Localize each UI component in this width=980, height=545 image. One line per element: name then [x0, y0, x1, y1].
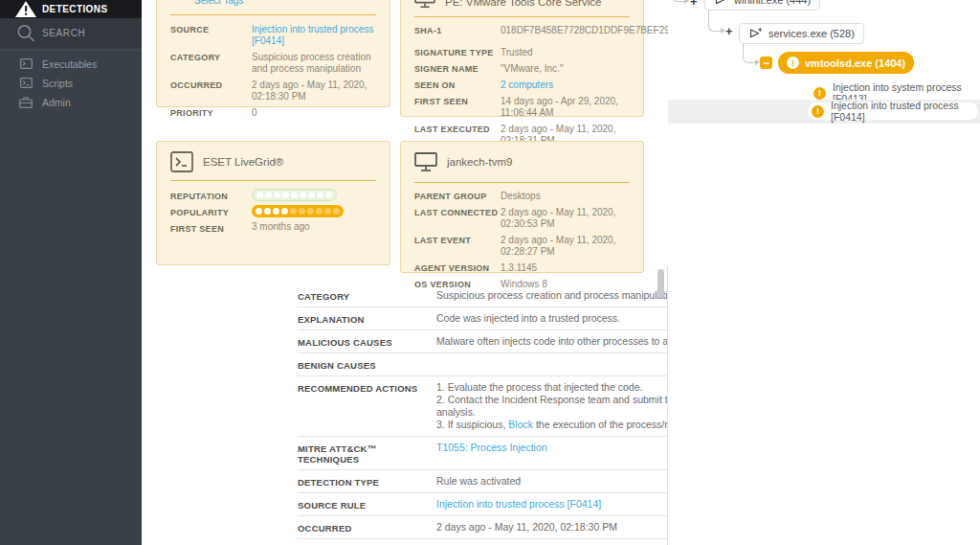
warning-triangle-icon [10, 1, 42, 17]
block-link[interactable]: Block [508, 419, 533, 430]
card-row-category: CATEGORY Suspicious process creation and… [170, 49, 376, 77]
card-row-signer-name: SIGNER NAME "VMware, Inc." [414, 60, 630, 77]
process-label: vmtoolsd.exe (1404) [805, 57, 905, 69]
card-row-reputation: REPUTATION [170, 187, 376, 203]
row-value: 1.3.1145 [501, 262, 630, 274]
row-value: 018DF7B458E7728CD1DDF9E7BEF2942... [501, 25, 688, 42]
sidebar-item-label: Executables [42, 58, 97, 70]
sidebar-item-scripts[interactable]: Scripts [0, 74, 142, 92]
row-label: AGENT VERSION [414, 262, 501, 274]
tree-connector [708, 11, 721, 32]
row-value: "VMware, Inc." [501, 63, 630, 75]
row-value: 2 days ago - May 11, 2020, 02:28:27 PM [501, 235, 630, 258]
script-icon [10, 78, 42, 88]
row-label: SIGNATURE TYPE [414, 47, 501, 58]
row-label: OCCURRED [298, 521, 436, 534]
row-value: Desktops [501, 191, 630, 202]
livegrid-title: ESET LiveGrid® [203, 156, 283, 169]
process-icon [748, 27, 763, 41]
alert-icon: ! [787, 57, 799, 69]
sidebar: DETECTIONS SEARCH Executables Scripts Ad… [0, 0, 142, 545]
row-label: OCCURRED [170, 79, 252, 102]
row-label: FIRST SEEN [170, 221, 252, 234]
card-separator [414, 182, 630, 183]
row-label: RECOMMENDED ACTIONS [298, 381, 436, 431]
row-label: PRIORITY [170, 107, 252, 119]
computer-name-link[interactable]: jankech-tvm9 [447, 156, 512, 169]
process-tree-panel: + wininit.exe (444) + services.exe (528)… [668, 0, 980, 545]
computer-card: jankech-tvm9 PARENT GROUP Desktops LAST … [400, 141, 644, 273]
row-label: REPUTATION [170, 189, 252, 201]
vertical-scrollbar[interactable] [657, 269, 664, 298]
reputation-meter [252, 189, 337, 201]
row-value: Suspicious process creation and process … [252, 52, 376, 75]
card-row-first-seen: FIRST SEEN 14 days ago - Apr 29, 2020, 1… [414, 93, 630, 121]
process-node-vmtoolsd[interactable]: ! vmtoolsd.exe (1404) [778, 52, 914, 74]
row-label: EXPLANATION [298, 312, 436, 325]
row-label: SEEN ON [414, 79, 501, 91]
card-row-first-seen: FIRST SEEN 3 months ago [170, 219, 376, 236]
expand-icon[interactable]: + [690, 0, 698, 8]
row-label: SHA-1 [414, 25, 501, 42]
row-label: CATEGORY [170, 52, 252, 75]
sidebar-item-label: DETECTIONS [42, 4, 107, 14]
search-icon [10, 23, 42, 44]
terminal-icon [170, 151, 193, 172]
row-value: 0 [252, 107, 376, 119]
tree-connector-arrow [684, 0, 689, 4]
select-tags-link[interactable]: Select Tags [194, 0, 244, 6]
source-rule-link[interactable]: Injection into trusted process [F0414] [436, 498, 601, 510]
collapse-icon[interactable]: − [760, 57, 772, 69]
process-label: services.exe (528) [768, 28, 855, 39]
sidebar-item-detections[interactable]: DETECTIONS [0, 0, 142, 18]
detection-summary-card: Select Tags SOURCE Injection into truste… [156, 0, 390, 107]
row-value: 2 days ago - May 11, 2020, 02:30:53 PM [501, 207, 630, 230]
card-row-last-connected: LAST CONNECTED 2 days ago - May 11, 2020… [414, 204, 630, 232]
row-value: Trusted [501, 47, 630, 58]
sidebar-item-search[interactable]: SEARCH [0, 18, 142, 48]
process-node-wininit[interactable]: wininit.exe (444) [704, 0, 820, 11]
card-row-source: SOURCE Injection into trusted process [F… [170, 21, 376, 49]
detection-detail-panel: Select Tags SOURCE Injection into truste… [142, 0, 668, 545]
module-title: PE: VMware Tools Core Service [445, 0, 601, 9]
sidebar-item-label: SEARCH [42, 28, 85, 38]
sidebar-item-admin[interactable]: Admin [0, 93, 142, 111]
warning-icon: ! [812, 105, 824, 118]
monitor-icon [414, 152, 437, 171]
row-label: LAST CONNECTED [414, 207, 501, 230]
row-label: SOURCE RULE [298, 498, 436, 511]
process-node-services[interactable]: services.exe (528) [739, 23, 864, 44]
livegrid-card: ESET LiveGrid® REPUTATION POPULARITY FIR… [156, 141, 390, 265]
row-label: CATEGORY [298, 289, 436, 302]
card-row-parent-group: PARENT GROUP Desktops [414, 188, 630, 204]
row-label: SIGNER NAME [414, 63, 501, 75]
row-value: 2 days ago - May 11, 2020, 02:18:30 PM [252, 79, 376, 102]
sidebar-item-executables[interactable]: Executables [0, 55, 142, 73]
source-rule-link[interactable]: Injection into trusted process [F0414] [252, 24, 373, 46]
card-row-last-event: LAST EVENT 2 days ago - May 11, 2020, 02… [414, 232, 630, 260]
process-icon [714, 0, 728, 8]
sidebar-divider [0, 50, 142, 51]
row-label: MITRE ATT&CK™ TECHNIQUES [298, 442, 436, 465]
row-label: MALICIOUS CAUSES [298, 335, 436, 348]
seen-on-link[interactable]: 2 computers [501, 79, 553, 90]
card-separator [170, 180, 376, 181]
card-row-popularity: POPULARITY [170, 203, 376, 219]
expand-icon[interactable]: + [725, 26, 733, 37]
detection-label: Injection into trusted process [F0414] [831, 100, 969, 123]
warning-icon: ! [813, 87, 826, 100]
row-value: 14 days ago - Apr 29, 2020, 11:06:44 AM [501, 96, 630, 119]
card-row-occurred: OCCURRED 2 days ago - May 11, 2020, 02:1… [170, 77, 376, 104]
row-label: POPULARITY [170, 205, 252, 217]
mitre-technique-link[interactable]: T1055: Process Injection [436, 442, 547, 453]
sidebar-item-label: Admin [42, 97, 71, 108]
card-row-sha1: SHA-1 018DF7B458E7728CD1DDF9E7BEF2942... [414, 22, 630, 44]
process-label: wininit.exe (444) [734, 0, 811, 6]
detection-item-trusted-process[interactable]: ! Injection into trusted process [F0414] [808, 102, 978, 120]
row-label: SOURCE [170, 24, 252, 47]
row-label: PARENT GROUP [414, 191, 501, 202]
row-label: DETECTION TYPE [298, 475, 436, 488]
tree-connector [743, 44, 755, 63]
row-label: FIRST SEEN [414, 96, 501, 119]
row-value: 3 months ago [252, 221, 376, 234]
